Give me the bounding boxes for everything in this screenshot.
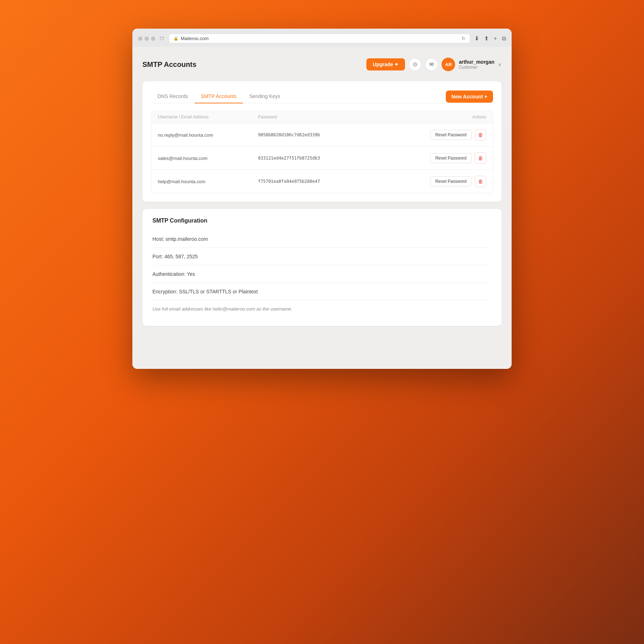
trash-icon: 🗑 [478,132,483,138]
app-header: SMTP Accounts Upgrade ✦ ⊙ ✉ AR arthur_mo… [142,58,502,71]
browser-chrome: 🛡 🔒 Maileroo.com ↻ ⬇ ⬆ + ⧉ [132,29,512,47]
upgrade-button[interactable]: Upgrade ✦ [366,58,405,70]
browser-traffic-lights [138,36,155,41]
row-actions: Reset Password 🗑 [415,129,486,141]
user-name: arthur_morgan [459,59,494,65]
close-dot [138,36,142,41]
settings-icon-button[interactable]: ⊙ [409,58,421,71]
expand-dot [151,36,155,41]
password-cell: 9058b8620d106c7d62ed339b [258,132,415,137]
header-right: Upgrade ✦ ⊙ ✉ AR arthur_morgan Customer … [366,58,502,71]
smtp-config-card: SMTP Configuration Host: smtp.maileroo.c… [142,209,502,326]
new-account-button[interactable]: New Account + [446,91,493,103]
email-cell: sales@mail.hounta.com [158,156,258,161]
user-role: Customer [459,65,494,70]
mail-icon: ✉ [429,61,434,68]
app-content: SMTP Accounts Upgrade ✦ ⊙ ✉ AR arthur_mo… [132,47,512,369]
browser-window: 🛡 🔒 Maileroo.com ↻ ⬇ ⬆ + ⧉ SMTP Accounts… [132,29,512,369]
password-cell: 933121ed4e27f51fb8725db3 [258,156,415,161]
tabs: DNS Records SMTP Accounts Sending Keys [151,90,287,103]
avatar: AR [441,58,455,71]
config-host: Host: smtp.maileroo.com [152,230,492,248]
new-tab-icon[interactable]: + [494,35,497,42]
table-row: sales@mail.hounta.com 933121ed4e27f51fb8… [151,147,493,170]
delete-button[interactable]: 🗑 [475,176,486,187]
settings-icon: ⊙ [413,61,418,68]
smtp-accounts-card: DNS Records SMTP Accounts Sending Keys N… [142,81,502,202]
table-header: Username / Email Address Password Action… [151,111,493,123]
config-port: Port: 465, 587, 2525 [152,248,492,265]
user-info: arthur_morgan Customer [459,59,494,70]
url-text: Maileroo.com [181,36,209,41]
row-actions: Reset Password 🗑 [415,152,486,164]
share-icon[interactable]: ⬆ [484,35,489,42]
col-actions: Actions [415,114,486,119]
browser-actions: ⬇ ⬆ + ⧉ [474,35,506,42]
table-row: no.reply@mail.hounta.com 9058b8620d106c7… [151,123,493,147]
user-menu[interactable]: AR arthur_morgan Customer ∨ [441,58,502,71]
minimize-dot [145,36,149,41]
download-icon[interactable]: ⬇ [474,35,479,42]
mail-icon-button[interactable]: ✉ [425,58,438,71]
trash-icon: 🗑 [478,179,483,184]
lock-icon: 🔒 [174,36,179,41]
delete-button[interactable]: 🗑 [475,129,486,141]
address-bar[interactable]: 🔒 Maileroo.com ↻ [169,34,470,43]
tab-sending-keys[interactable]: Sending Keys [243,90,287,103]
config-note: Use full email addresses like hello@mail… [152,301,492,317]
tab-dns-records[interactable]: DNS Records [151,90,195,103]
col-password: Password [258,114,415,119]
email-cell: no.reply@mail.hounta.com [158,132,258,138]
reset-password-button[interactable]: Reset Password [430,130,472,140]
config-title: SMTP Configuration [152,218,492,224]
reset-password-button[interactable]: Reset Password [430,176,472,186]
email-cell: help@mail.hounta.com [158,179,258,184]
reset-password-button[interactable]: Reset Password [430,153,472,163]
trash-icon: 🗑 [478,155,483,161]
delete-button[interactable]: 🗑 [475,152,486,164]
tabs-icon[interactable]: ⧉ [502,35,506,42]
chevron-down-icon: ∨ [498,62,502,67]
tab-smtp-accounts[interactable]: SMTP Accounts [195,90,243,103]
row-actions: Reset Password 🗑 [415,176,486,187]
col-username: Username / Email Address [158,114,258,119]
config-encryption: Encryption: SSL/TLS or STARTTLS or Plain… [152,283,492,301]
password-cell: f75701ea0fa94e975b288e47 [258,179,415,184]
page-title: SMTP Accounts [142,60,196,69]
accounts-table: Username / Email Address Password Action… [151,111,493,193]
shield-icon: 🛡 [160,36,165,42]
config-auth: Authentication: Yes [152,265,492,283]
refresh-icon[interactable]: ↻ [462,36,465,41]
table-row: help@mail.hounta.com f75701ea0fa94e975b2… [151,170,493,193]
tabs-row: DNS Records SMTP Accounts Sending Keys N… [151,90,493,103]
